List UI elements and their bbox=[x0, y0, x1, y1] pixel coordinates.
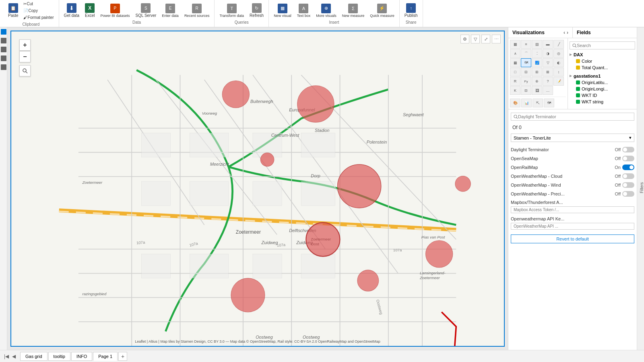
weather-cloud-toggle[interactable]: Off bbox=[615, 173, 634, 179]
map-expand-button[interactable]: ⤢ bbox=[481, 35, 490, 43]
new-measure-button[interactable]: Σ New measure bbox=[341, 3, 366, 19]
viz-multi-card[interactable]: ⊟ bbox=[521, 68, 531, 76]
cut-button[interactable]: ✂ Cut bbox=[22, 1, 56, 7]
viz-treemap[interactable]: ▦ bbox=[510, 58, 520, 67]
viz-donut[interactable]: ◎ bbox=[553, 49, 564, 58]
viz-drill-icon[interactable]: ⛏ bbox=[533, 99, 543, 107]
revert-button[interactable]: Revert to default bbox=[511, 234, 634, 243]
opensea-toggle-track[interactable] bbox=[622, 156, 634, 161]
sidebar-icon-5[interactable] bbox=[1, 64, 6, 70]
viz-matrix[interactable]: ⊠ bbox=[543, 68, 553, 76]
refresh-button[interactable]: ↻ Refresh bbox=[248, 2, 265, 19]
viz-map[interactable]: 🗺 bbox=[521, 58, 531, 67]
map-filter-icon[interactable]: ▽ bbox=[471, 35, 480, 43]
dax-color-item[interactable]: Color bbox=[570, 58, 635, 64]
sidebar-icon-4[interactable] bbox=[1, 56, 6, 61]
tab-info[interactable]: INFO bbox=[71, 352, 92, 361]
viz-map-icon-2[interactable]: 🗺 bbox=[544, 99, 554, 107]
quick-measure-button[interactable]: ⚡ Quick measure bbox=[368, 3, 396, 19]
new-visual-button[interactable]: ▦ New visual bbox=[272, 3, 293, 19]
viz-ribbon[interactable]: ⌒ bbox=[521, 49, 531, 58]
map-settings-search-box[interactable] bbox=[511, 113, 634, 121]
tab-gas-grid[interactable]: Gas grid bbox=[20, 352, 47, 361]
gasstation-wktid-item[interactable]: WKT ID bbox=[570, 92, 635, 99]
gasstation-long-item[interactable]: OriginLongi... bbox=[570, 86, 635, 92]
viz-clustered-bar[interactable]: ≡ bbox=[521, 40, 531, 49]
gasstation-lat-item[interactable]: OriginLatitu... bbox=[570, 79, 635, 86]
mapbox-input[interactable] bbox=[511, 206, 634, 213]
map-search-button[interactable] bbox=[19, 65, 31, 76]
viz-gauge[interactable]: ◐ bbox=[553, 58, 564, 67]
format-painter-button[interactable]: 🖌 Format painter bbox=[22, 14, 56, 21]
viz-table[interactable]: ⊞ bbox=[532, 68, 542, 76]
viz-decomp[interactable]: ⊛ bbox=[532, 77, 542, 86]
powerbi-button[interactable]: P Power BI datasets bbox=[99, 3, 131, 19]
opensea-toggle[interactable]: Off bbox=[615, 156, 634, 161]
openrail-toggle-track[interactable] bbox=[622, 165, 634, 170]
viz-slicer[interactable]: ⊟ bbox=[521, 86, 531, 95]
more-visuals-button[interactable]: ⊕ More visuals bbox=[314, 3, 338, 19]
excel-button[interactable]: X Excel bbox=[83, 2, 96, 19]
viz-scatter[interactable]: ⁚ bbox=[532, 49, 542, 58]
viz-stacked-bar[interactable]: ▦ bbox=[510, 40, 520, 49]
viz-bar-h[interactable]: ▬ bbox=[543, 40, 553, 49]
prev-page-button[interactable]: ◀ bbox=[10, 353, 17, 360]
viz-pie[interactable]: ◑ bbox=[543, 49, 553, 58]
zoom-in-button[interactable]: + bbox=[19, 39, 31, 51]
viz-r[interactable]: R bbox=[510, 77, 520, 86]
text-box-button[interactable]: A Text box bbox=[295, 3, 312, 19]
map-more-button[interactable]: ⋯ bbox=[492, 35, 501, 43]
sidebar-icon-2[interactable] bbox=[1, 38, 6, 43]
viz-area[interactable]: ∧ bbox=[510, 49, 520, 58]
viz-custom[interactable]: … bbox=[543, 86, 553, 95]
weather-preci-toggle[interactable]: Off bbox=[615, 191, 634, 197]
sidebar-icon-3[interactable] bbox=[1, 47, 6, 52]
viz-filled-map[interactable]: 🗾 bbox=[532, 58, 542, 67]
gasstations-header[interactable]: ▸ gasstations1 bbox=[570, 72, 635, 79]
weather-preci-toggle-track[interactable] bbox=[622, 191, 634, 197]
viz-waterfall[interactable]: ↕ bbox=[553, 68, 564, 76]
first-page-button[interactable]: |◀ bbox=[3, 353, 10, 360]
transform-button[interactable]: T Transform data bbox=[218, 3, 246, 19]
viz-image[interactable]: 🖼 bbox=[532, 86, 542, 95]
openrail-toggle[interactable]: On bbox=[615, 165, 634, 170]
weather-wind-toggle[interactable]: Off bbox=[615, 182, 634, 188]
weather-wind-toggle-track[interactable] bbox=[622, 182, 634, 188]
publish-button[interactable]: ↑ Publish bbox=[403, 2, 419, 19]
dax-header[interactable]: ▸ DAX bbox=[570, 51, 635, 58]
copy-button[interactable]: 📄 Copy bbox=[22, 8, 56, 14]
recent-sources-button[interactable]: R Recent sources bbox=[183, 3, 211, 19]
owm-api-input[interactable] bbox=[511, 223, 634, 230]
stamen-dropdown[interactable]: Stamen - TonerLite ▾ bbox=[511, 134, 634, 142]
sql-button[interactable]: S SQL Server bbox=[134, 2, 158, 19]
viz-py[interactable]: Py bbox=[521, 77, 531, 86]
viz-100pct-bar[interactable]: ▤ bbox=[532, 40, 542, 49]
viz-line[interactable]: ╱ bbox=[553, 40, 564, 49]
map-container[interactable]: 107a 107a 107a 107a Oostweg Buitenwegh E… bbox=[10, 31, 505, 347]
map-settings-button[interactable]: ⚙ bbox=[460, 35, 469, 43]
daylight-toggle-track[interactable] bbox=[622, 147, 634, 152]
zoom-out-button[interactable]: − bbox=[19, 51, 31, 62]
viz-analytics-icon[interactable]: 📊 bbox=[521, 99, 532, 107]
viz-qna[interactable]: ? bbox=[543, 77, 553, 86]
fields-search-box[interactable] bbox=[570, 41, 635, 49]
viz-format-icon[interactable]: 🎨 bbox=[510, 99, 520, 107]
sidebar-icon-1[interactable] bbox=[1, 29, 6, 35]
dax-total-item[interactable]: Total Quant... bbox=[570, 64, 635, 71]
paste-button[interactable]: 📋 Paste bbox=[6, 2, 20, 19]
viz-kpi[interactable]: K bbox=[510, 86, 520, 95]
get-data-button[interactable]: ⬇ Get data bbox=[62, 2, 81, 19]
weather-cloud-toggle-track[interactable] bbox=[622, 173, 634, 179]
fields-search-input[interactable] bbox=[577, 43, 632, 48]
viz-funnel[interactable]: ▽ bbox=[543, 58, 553, 67]
daylight-toggle[interactable]: Off bbox=[615, 147, 634, 152]
map-settings-search-input[interactable] bbox=[518, 114, 632, 119]
viz-card[interactable]: □ bbox=[510, 68, 520, 76]
tab-page1[interactable]: Page 1 bbox=[93, 352, 118, 361]
add-page-button[interactable]: + bbox=[118, 352, 127, 361]
viz-back-button[interactable]: ‹ bbox=[564, 30, 565, 35]
gasstation-wktstr-item[interactable]: WKT string bbox=[570, 99, 635, 105]
enter-data-button[interactable]: E Enter data bbox=[160, 3, 180, 19]
viz-smart-narr[interactable]: 📝 bbox=[553, 77, 564, 86]
tab-tooltip[interactable]: tooltip bbox=[48, 352, 70, 361]
